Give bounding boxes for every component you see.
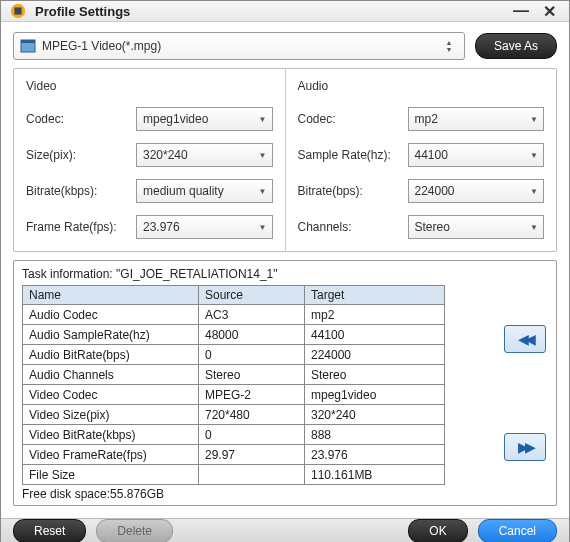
audio-channels-value: Stereo [415, 220, 450, 234]
audio-codec-label: Codec: [298, 112, 408, 126]
table-cell: 320*240 [305, 405, 445, 425]
video-bitrate-value: medium quality [143, 184, 224, 198]
next-button[interactable]: ▶▶ [504, 433, 546, 461]
table-row: Video Size(pix)720*480320*240 [23, 405, 445, 425]
audio-bitrate-value: 224000 [415, 184, 455, 198]
col-target[interactable]: Target [305, 286, 445, 305]
video-size-label: Size(pix): [26, 148, 136, 162]
table-cell: 23.976 [305, 445, 445, 465]
video-fps-label: Frame Rate(fps): [26, 220, 136, 234]
table-cell: mp2 [305, 305, 445, 325]
table-cell: MPEG-2 [199, 385, 305, 405]
table-cell: 48000 [199, 325, 305, 345]
video-codec-value: mpeg1video [143, 112, 208, 126]
table-cell: Stereo [199, 365, 305, 385]
profile-spinner[interactable]: ▲▼ [440, 39, 458, 53]
table-cell: Audio BitRate(bps) [23, 345, 199, 365]
audio-channels-select[interactable]: Stereo [408, 215, 545, 239]
table-row: Video BitRate(kbps)0888 [23, 425, 445, 445]
audio-codec-select[interactable]: mp2 [408, 107, 545, 131]
table-cell: Video BitRate(kbps) [23, 425, 199, 445]
table-cell: 888 [305, 425, 445, 445]
minimize-button[interactable]: — [509, 1, 533, 21]
cancel-button[interactable]: Cancel [478, 519, 557, 542]
table-cell: 110.161MB [305, 465, 445, 485]
audio-sr-label: Sample Rate(hz): [298, 148, 408, 162]
close-button[interactable]: ✕ [537, 1, 561, 21]
svg-rect-3 [21, 40, 35, 43]
table-cell: Video Codec [23, 385, 199, 405]
table-cell: Audio SampleRate(hz) [23, 325, 199, 345]
audio-heading: Audio [298, 79, 545, 93]
table-cell: 0 [199, 345, 305, 365]
table-row: Audio CodecAC3mp2 [23, 305, 445, 325]
table-cell: Audio Codec [23, 305, 199, 325]
table-cell: File Size [23, 465, 199, 485]
table-cell: 720*480 [199, 405, 305, 425]
task-info-title: Task information: "GI_JOE_RETALIATION14_… [22, 267, 548, 281]
table-cell [199, 465, 305, 485]
app-icon [9, 2, 27, 20]
bottom-bar: Reset Delete OK Cancel [1, 518, 569, 542]
video-size-select[interactable]: 320*240 [136, 143, 273, 167]
window-title: Profile Settings [35, 4, 505, 19]
table-row: Audio BitRate(bps)0224000 [23, 345, 445, 365]
video-heading: Video [26, 79, 273, 93]
table-cell: 44100 [305, 325, 445, 345]
video-codec-label: Codec: [26, 112, 136, 126]
audio-sr-select[interactable]: 44100 [408, 143, 545, 167]
audio-channels-label: Channels: [298, 220, 408, 234]
svg-rect-1 [14, 7, 21, 14]
table-cell: 224000 [305, 345, 445, 365]
task-info-panel: Task information: "GI_JOE_RETALIATION14_… [13, 260, 557, 506]
audio-codec-value: mp2 [415, 112, 438, 126]
col-name[interactable]: Name [23, 286, 199, 305]
profile-selected-label: MPEG-1 Video(*.mpg) [42, 39, 161, 53]
forward-icon: ▶▶ [518, 439, 532, 455]
ok-button[interactable]: OK [408, 519, 467, 542]
profile-dropdown[interactable]: MPEG-1 Video(*.mpg) ▲▼ [13, 32, 465, 60]
video-bitrate-select[interactable]: medium quality [136, 179, 273, 203]
table-row: Audio SampleRate(hz)4800044100 [23, 325, 445, 345]
titlebar: Profile Settings — ✕ [1, 1, 569, 22]
task-nav: ◀◀ ▶▶ [445, 285, 548, 501]
video-panel: Video Codec:mpeg1video Size(pix):320*240… [14, 69, 285, 251]
rewind-icon: ◀◀ [518, 331, 532, 347]
film-icon [20, 38, 36, 54]
profile-row: MPEG-1 Video(*.mpg) ▲▼ Save As [13, 32, 557, 60]
table-cell: 0 [199, 425, 305, 445]
table-cell: mpeg1video [305, 385, 445, 405]
table-cell: Audio Channels [23, 365, 199, 385]
video-bitrate-label: Bitrate(kbps): [26, 184, 136, 198]
delete-button[interactable]: Delete [96, 519, 173, 542]
audio-panel: Audio Codec:mp2 Sample Rate(hz):44100 Bi… [285, 69, 557, 251]
table-row: Audio ChannelsStereoStereo [23, 365, 445, 385]
audio-bitrate-label: Bitrate(bps): [298, 184, 408, 198]
free-disk-space: Free disk space:55.876GB [22, 487, 445, 501]
table-row: Video FrameRate(fps)29.9723.976 [23, 445, 445, 465]
table-cell: AC3 [199, 305, 305, 325]
prev-button[interactable]: ◀◀ [504, 325, 546, 353]
save-as-button[interactable]: Save As [475, 33, 557, 59]
video-codec-select[interactable]: mpeg1video [136, 107, 273, 131]
audio-bitrate-select[interactable]: 224000 [408, 179, 545, 203]
table-cell: Video FrameRate(fps) [23, 445, 199, 465]
table-cell: Stereo [305, 365, 445, 385]
col-source[interactable]: Source [199, 286, 305, 305]
settings-panels: Video Codec:mpeg1video Size(pix):320*240… [13, 68, 557, 252]
table-cell: 29.97 [199, 445, 305, 465]
content-area: MPEG-1 Video(*.mpg) ▲▼ Save As Video Cod… [1, 22, 569, 518]
video-size-value: 320*240 [143, 148, 188, 162]
table-row: Video CodecMPEG-2mpeg1video [23, 385, 445, 405]
video-fps-select[interactable]: 23.976 [136, 215, 273, 239]
audio-sr-value: 44100 [415, 148, 448, 162]
table-row: File Size110.161MB [23, 465, 445, 485]
reset-button[interactable]: Reset [13, 519, 86, 542]
video-fps-value: 23.976 [143, 220, 180, 234]
task-table: Name Source Target Audio CodecAC3mp2Audi… [22, 285, 445, 485]
profile-settings-window: Profile Settings — ✕ MPEG-1 Video(*.mpg)… [0, 0, 570, 542]
table-cell: Video Size(pix) [23, 405, 199, 425]
